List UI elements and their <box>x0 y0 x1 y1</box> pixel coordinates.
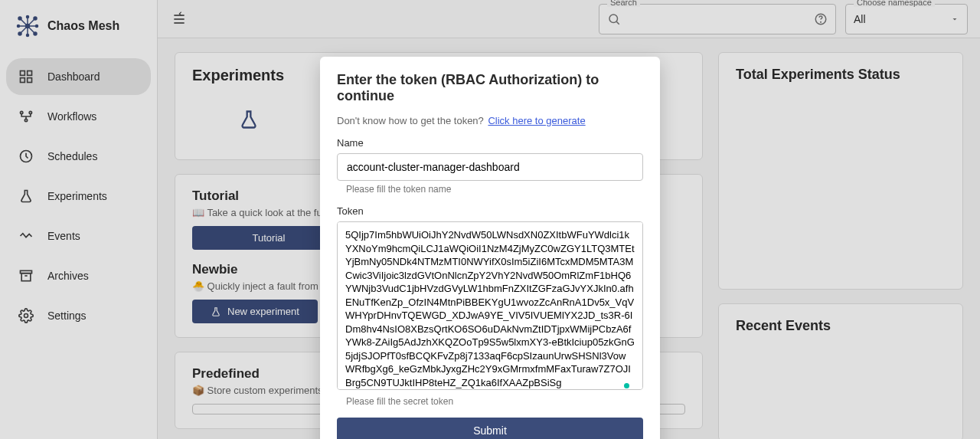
name-help-text: Please fill the token name <box>346 184 643 195</box>
grammar-indicator-icon <box>624 383 629 388</box>
modal-overlay: Enter the token (RBAC Authorization) to … <box>0 0 980 439</box>
modal-title: Enter the token (RBAC Authorization) to … <box>337 72 643 104</box>
token-label: Token <box>337 205 643 217</box>
submit-button[interactable]: Submit <box>337 418 643 439</box>
token-help-text: Please fill the secret token <box>346 396 643 407</box>
modal-help-text: Don't know how to get the token? Click h… <box>337 115 643 126</box>
token-name-input[interactable] <box>337 153 643 181</box>
token-textarea[interactable] <box>337 221 643 390</box>
name-label: Name <box>337 137 643 149</box>
generate-token-link[interactable]: Click here to generate <box>488 115 585 126</box>
token-modal: Enter the token (RBAC Authorization) to … <box>320 57 660 439</box>
